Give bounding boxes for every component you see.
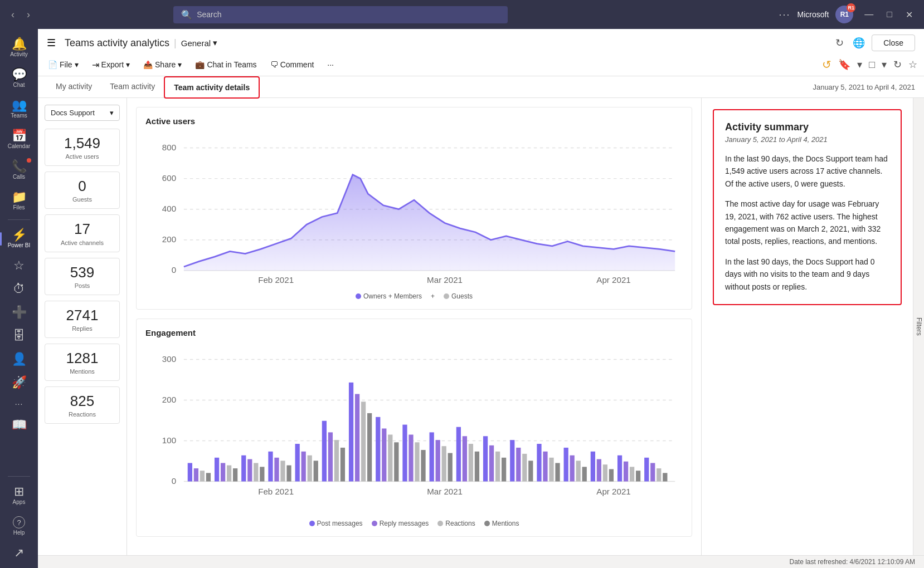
bookmark-icon-btn[interactable]: 🔖 (836, 56, 853, 73)
team-selector[interactable]: Docs Support ▾ (45, 105, 120, 121)
view-icon-btn[interactable]: □ (867, 57, 877, 73)
breadcrumb-dropdown[interactable]: General ▾ (181, 38, 217, 48)
back-button[interactable]: ‹ (7, 7, 19, 23)
file-chevron: ▾ (75, 60, 79, 69)
svg-rect-53 (402, 425, 407, 482)
export-icon: ⇥ (92, 60, 99, 70)
sidebar-item-apps[interactable]: ⊞ Apps (2, 481, 36, 510)
svg-rect-84 (609, 469, 614, 482)
hamburger-icon[interactable]: ☰ (47, 37, 56, 49)
svg-rect-78 (570, 456, 575, 482)
sidebar-item-files[interactable]: 📁 Files (2, 187, 36, 215)
menu-chat-in-teams[interactable]: 💼 Chat in Teams (189, 57, 262, 72)
sidebar-item-person[interactable]: 👤 (2, 349, 36, 370)
activity-icon: 🔔 (12, 38, 27, 50)
tab-team-activity-details[interactable]: Team activity details (164, 76, 260, 99)
svg-rect-29 (241, 456, 246, 482)
legend-guests-dot (444, 293, 449, 299)
svg-rect-60 (448, 453, 453, 482)
legend-post-dot (309, 521, 315, 526)
engagement-svg: 300 200 100 0 (145, 344, 683, 513)
svg-rect-69 (510, 440, 514, 482)
svg-rect-79 (576, 461, 581, 482)
svg-rect-22 (194, 469, 198, 482)
menu-more-options[interactable]: ··· (322, 57, 339, 72)
forward-button[interactable]: › (22, 7, 35, 23)
share-chevron: ▾ (178, 60, 182, 69)
legend-reply-label: Reply messages (380, 520, 429, 527)
sidebar-item-clock[interactable]: ⏱ (2, 278, 36, 300)
sidebar-item-more[interactable]: ··· (2, 395, 36, 412)
minimize-button[interactable]: — (860, 7, 878, 22)
calls-badge (27, 158, 31, 163)
svg-rect-51 (388, 435, 392, 482)
more-options-dots: ··· (327, 60, 334, 69)
active-users-chart-section: Active users 800 600 400 (136, 107, 692, 310)
sidebar-item-chat[interactable]: 💬 Chat (2, 64, 36, 92)
legend-owners-dot (356, 293, 361, 299)
bookmark-chevron-btn[interactable]: ▾ (855, 56, 864, 73)
chat-teams-icon: 💼 (195, 60, 205, 69)
sidebar-item-powerbi[interactable]: ⚡ Power BI (2, 224, 36, 253)
undo-icon-btn[interactable]: ↺ (820, 56, 834, 74)
metric-value-replies: 2741 (66, 307, 99, 324)
svg-rect-64 (475, 452, 479, 482)
metric-active-users: 1,549 Active users (45, 129, 120, 166)
legend-plus: + (431, 292, 435, 300)
svg-text:600: 600 (162, 173, 176, 183)
sidebar-item-rocket[interactable]: 🚀 (2, 372, 36, 393)
close-window-button[interactable]: ✕ (901, 7, 917, 22)
svg-rect-77 (564, 448, 568, 482)
svg-rect-47 (361, 402, 366, 482)
person-icon: 👤 (12, 353, 27, 365)
rocket-icon: 🚀 (12, 376, 27, 389)
tab-bar: My activity Team activity Team activity … (38, 76, 924, 98)
close-button[interactable]: Close (872, 35, 915, 51)
menu-export[interactable]: ⇥ Export ▾ (86, 56, 135, 74)
svg-rect-55 (415, 443, 419, 482)
sidebar-item-calls[interactable]: 📞 Calls (2, 156, 36, 184)
metric-value-posts: 539 (70, 264, 94, 281)
svg-rect-41 (322, 421, 327, 482)
metric-value-active-channels: 17 (74, 221, 90, 238)
avatar-badge: R1 (847, 3, 855, 12)
window-controls: — □ ✕ (860, 7, 917, 22)
tab-team-activity[interactable]: Team activity (101, 76, 164, 97)
sidebar-item-help[interactable]: ? Help (2, 512, 36, 540)
menu-comment[interactable]: 🗨 Comment (265, 57, 320, 72)
sidebar-item-activity[interactable]: 🔔 Activity (2, 33, 36, 62)
sidebar-item-star[interactable]: ☆ (2, 255, 36, 276)
search-box[interactable]: 🔍 (173, 6, 508, 23)
view-chevron-btn[interactable]: ▾ (879, 56, 889, 73)
sidebar-item-export-arrow[interactable]: ↗ (2, 542, 36, 564)
sidebar-item-calendar[interactable]: 📅 Calendar (2, 125, 36, 154)
toolbar-refresh-btn[interactable]: ↻ (891, 56, 904, 73)
more-options-button[interactable]: ··· (779, 9, 791, 21)
sidebar-item-book[interactable]: 📖 (2, 414, 36, 435)
sidebar-item-teams[interactable]: 👥 Teams (2, 95, 36, 123)
sidebar-label-teams: Teams (11, 112, 27, 119)
collapse-right-arrow[interactable]: Filters (913, 98, 924, 555)
svg-text:0: 0 (172, 265, 176, 275)
avatar[interactable]: R1 R1 (835, 6, 853, 23)
menu-share[interactable]: 📤 Share ▾ (138, 57, 187, 72)
menu-file[interactable]: 📄 File ▾ (42, 57, 84, 72)
sidebar-item-add[interactable]: ➕ (2, 302, 36, 323)
svg-rect-71 (522, 454, 527, 482)
maximize-button[interactable]: □ (882, 7, 897, 22)
tab-my-activity[interactable]: My activity (47, 76, 101, 97)
svg-rect-59 (442, 447, 446, 482)
book-icon: 📖 (12, 419, 27, 431)
svg-rect-63 (469, 444, 473, 481)
legend-guests: Guests (444, 292, 473, 300)
svg-rect-57 (430, 433, 434, 482)
search-input[interactable] (197, 10, 500, 19)
refresh-icon-btn[interactable]: ↻ (833, 35, 846, 51)
globe-icon-btn[interactable]: 🌐 (850, 35, 867, 51)
legend-reactions-dot (437, 521, 443, 526)
svg-rect-31 (254, 463, 258, 482)
toolbar-star-btn[interactable]: ☆ (906, 56, 920, 73)
filters-label[interactable]: Filters (914, 313, 924, 340)
metrics-panel: Docs Support ▾ 1,549 Active users 0 Gues… (38, 98, 127, 555)
sidebar-item-storage[interactable]: 🗄 (2, 325, 36, 346)
